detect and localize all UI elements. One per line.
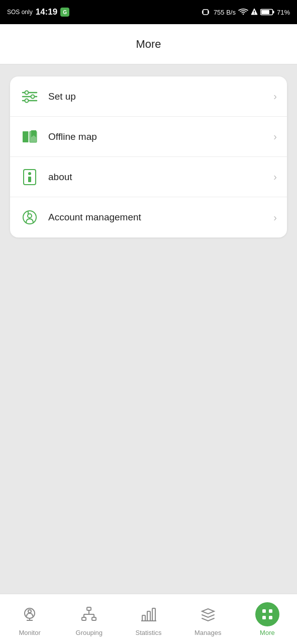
vibrate-icon — [202, 8, 211, 16]
svg-rect-35 — [152, 608, 155, 621]
nav-item-grouping[interactable]: Grouping — [59, 594, 119, 644]
svg-rect-4 — [254, 14, 255, 15]
svg-point-21 — [28, 214, 32, 218]
svg-rect-1 — [202, 11, 203, 14]
status-icons: 755 B/s 71% — [202, 8, 290, 16]
about-icon — [20, 168, 39, 187]
account-label: Account management — [48, 212, 273, 223]
svg-point-18 — [28, 172, 31, 175]
svg-rect-38 — [269, 609, 272, 613]
manages-icon — [200, 606, 216, 622]
svg-point-23 — [28, 610, 31, 613]
svg-rect-40 — [269, 616, 272, 619]
page-header: More — [0, 24, 297, 64]
status-bar: SOS only 14:19 G 755 B/s 71 — [0, 0, 297, 24]
more-icon-wrap — [255, 602, 279, 626]
nav-item-statistics[interactable]: Statistics — [119, 594, 178, 644]
menu-item-about[interactable]: about › — [10, 157, 287, 197]
statistics-label: Statistics — [136, 629, 162, 636]
sos-indicator: SOS only — [7, 9, 33, 16]
nav-item-monitor[interactable]: Monitor — [0, 594, 59, 644]
svg-point-12 — [31, 95, 35, 98]
svg-rect-26 — [87, 607, 91, 610]
svg-rect-28 — [92, 617, 96, 620]
monitor-icon — [22, 606, 38, 622]
battery-percent: 71% — [277, 9, 290, 16]
monitor-label: Monitor — [19, 629, 40, 636]
network-speed: 755 B/s — [214, 9, 236, 16]
page-title: More — [136, 38, 161, 51]
offline-map-label: Offline map — [48, 131, 273, 142]
wifi-icon — [238, 8, 248, 16]
more-label: More — [260, 629, 275, 636]
svg-rect-37 — [262, 609, 266, 613]
svg-rect-14 — [23, 131, 29, 142]
about-label: about — [48, 172, 273, 183]
status-time: 14:19 — [36, 7, 57, 17]
grouping-icon — [81, 606, 97, 622]
setup-label: Set up — [48, 91, 273, 102]
svg-rect-39 — [262, 616, 266, 619]
alert-icon — [251, 8, 258, 16]
svg-rect-0 — [203, 10, 208, 15]
menu-item-setup[interactable]: Set up › — [10, 76, 287, 117]
offline-map-icon — [20, 127, 39, 146]
manages-icon-wrap — [196, 602, 220, 626]
svg-rect-34 — [147, 611, 150, 621]
menu-item-offline-map[interactable]: Offline map › — [10, 117, 287, 157]
svg-rect-33 — [142, 615, 145, 621]
menu-item-account[interactable]: Account management › — [10, 197, 287, 237]
main-content: Set up › Offline map › — [0, 64, 297, 594]
svg-point-11 — [25, 91, 29, 94]
grouping-label: Grouping — [76, 629, 103, 636]
battery-icon — [260, 8, 274, 16]
svg-rect-27 — [82, 617, 86, 620]
about-chevron: › — [273, 171, 277, 183]
more-icon — [260, 607, 275, 622]
account-chevron: › — [273, 212, 277, 223]
svg-rect-7 — [261, 10, 269, 14]
manages-label: Manages — [194, 629, 221, 636]
svg-rect-6 — [272, 11, 274, 14]
menu-card: Set up › Offline map › — [10, 76, 287, 237]
nav-item-manages[interactable]: Manages — [178, 594, 238, 644]
svg-point-13 — [25, 99, 29, 102]
svg-rect-3 — [254, 11, 255, 13]
app-icon: G — [60, 8, 69, 17]
svg-rect-19 — [28, 177, 31, 182]
statistics-icon-wrap — [137, 602, 161, 626]
monitor-icon-wrap — [18, 602, 42, 626]
svg-rect-2 — [208, 11, 209, 14]
offline-map-chevron: › — [273, 131, 277, 142]
setup-chevron: › — [273, 91, 277, 102]
grouping-icon-wrap — [77, 602, 101, 626]
setup-icon — [20, 87, 39, 106]
bottom-nav: Monitor Grouping Statisti — [0, 594, 297, 644]
nav-item-more[interactable]: More — [238, 594, 297, 644]
account-icon — [20, 208, 39, 227]
statistics-icon — [141, 606, 157, 622]
